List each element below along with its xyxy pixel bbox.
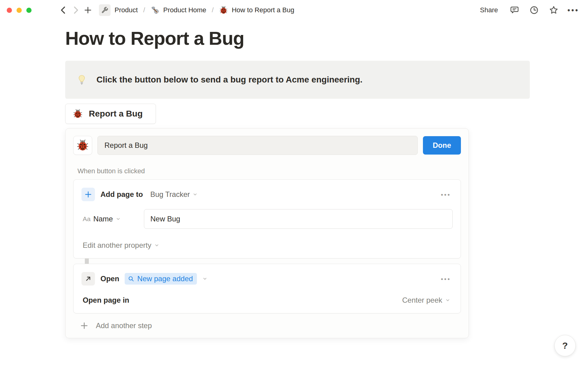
report-a-bug-button[interactable]: Report a Bug <box>65 104 156 124</box>
chevron-left-icon <box>59 6 68 15</box>
page-content: How to Report a Bug Click the button bel… <box>0 20 588 338</box>
arrow-up-right-icon <box>84 275 92 283</box>
open-page-in-dropdown[interactable]: Center peek <box>401 295 451 305</box>
plus-icon <box>80 321 89 330</box>
help-button[interactable]: ? <box>554 335 576 356</box>
add-another-step-button[interactable]: Add another step <box>80 321 152 330</box>
property-value-input[interactable] <box>144 209 453 229</box>
text-property-icon: Aa <box>83 215 91 223</box>
button-icon-picker[interactable] <box>73 136 92 155</box>
ellipsis-icon: ••• <box>441 191 451 198</box>
breadcrumb-item-current-page[interactable]: How to Report a Bug <box>217 5 296 16</box>
add-another-step-label: Add another step <box>96 321 152 330</box>
plus-icon <box>84 190 92 198</box>
step-action-label: Open <box>100 274 119 283</box>
favorite-button[interactable] <box>548 4 560 16</box>
chevron-down-icon <box>154 243 159 248</box>
minimize-window-button[interactable] <box>17 8 22 13</box>
wrench-icon <box>99 4 111 16</box>
question-mark-icon: ? <box>562 340 568 351</box>
chevron-right-icon <box>71 6 80 15</box>
open-target-label: New page added <box>137 274 193 283</box>
step-more-button[interactable]: ••• <box>439 274 453 283</box>
window-controls <box>7 8 32 13</box>
breadcrumb-label: How to Report a Bug <box>232 6 294 14</box>
ladybug-icon <box>77 139 89 151</box>
breadcrumb: Product / Product Home / How to Report a… <box>97 3 296 17</box>
property-selector-dropdown[interactable]: Aa Name <box>81 215 144 223</box>
ellipsis-icon: ••• <box>441 275 451 282</box>
sidebar-menu-button[interactable] <box>41 4 53 16</box>
callout-block: Click the button below to send a bug rep… <box>65 61 530 99</box>
top-bar: Product / Product Home / How to Report a… <box>0 0 588 20</box>
button-name-input[interactable] <box>97 136 418 155</box>
comments-button[interactable] <box>508 4 521 16</box>
more-options-button[interactable]: ••• <box>567 4 579 16</box>
step-connector <box>85 259 89 264</box>
back-button[interactable] <box>57 4 70 16</box>
new-page-button[interactable] <box>82 4 94 16</box>
close-window-button[interactable] <box>7 8 12 13</box>
step-more-button[interactable]: ••• <box>439 190 453 199</box>
chevron-down-icon <box>193 192 198 197</box>
button-editor-panel: Done When button is clicked Add page to … <box>65 128 469 338</box>
step-action-label: Add page to <box>100 190 143 199</box>
ladybug-icon <box>73 109 83 119</box>
step-header-row: Open New page added ••• <box>81 272 453 286</box>
step-card-open-page: Open New page added ••• Open page in Cen… <box>73 264 461 313</box>
zoom-window-button[interactable] <box>26 8 32 13</box>
callout-emoji-button[interactable] <box>76 74 87 85</box>
breadcrumb-label: Product Home <box>163 6 206 14</box>
search-icon <box>128 275 134 282</box>
clock-icon <box>530 6 539 15</box>
target-database-label: Bug Tracker <box>150 190 190 199</box>
callout-text: Click the button below to send a bug rep… <box>96 75 363 85</box>
breadcrumb-item-product-home[interactable]: Product Home <box>149 5 208 16</box>
target-database-dropdown[interactable]: Bug Tracker <box>149 189 199 200</box>
page-title: How to Report a Bug <box>65 28 588 49</box>
open-page-icon <box>81 272 95 286</box>
star-icon <box>549 5 559 15</box>
breadcrumb-item-product[interactable]: Product <box>97 3 140 17</box>
property-row: Aa Name <box>81 209 453 229</box>
add-page-icon <box>81 188 95 201</box>
button-editor-header: Done <box>73 136 461 155</box>
lightbulb-icon <box>76 74 87 85</box>
edit-another-property-button[interactable]: Edit another property <box>81 240 160 250</box>
chevron-down-icon <box>445 298 450 303</box>
breadcrumb-separator: / <box>211 6 214 14</box>
chevron-down-icon <box>116 217 121 221</box>
report-a-bug-label: Report a Bug <box>89 109 143 119</box>
open-page-in-label: Open page in <box>83 296 129 305</box>
ellipsis-icon: ••• <box>567 6 579 14</box>
updates-button[interactable] <box>528 4 540 16</box>
property-name: Name <box>93 215 113 223</box>
step-card-add-page: Add page to Bug Tracker ••• Aa Name Edi <box>73 179 461 259</box>
open-page-in-value: Center peek <box>402 296 442 305</box>
breadcrumb-separator: / <box>143 6 146 14</box>
step-header-row: Add page to Bug Tracker ••• <box>81 188 453 201</box>
chevron-down-icon <box>202 276 207 281</box>
plus-icon <box>84 6 92 14</box>
done-button[interactable]: Done <box>423 136 461 155</box>
trigger-label: When button is clicked <box>77 167 461 175</box>
edit-another-property-label: Edit another property <box>83 241 151 250</box>
forward-button[interactable] <box>70 4 82 16</box>
comment-icon <box>510 6 519 15</box>
ladybug-icon <box>219 6 228 14</box>
open-target-pill-dropdown[interactable]: New page added <box>125 273 197 285</box>
breadcrumb-label: Product <box>115 6 138 14</box>
hammer-wrench-icon <box>151 6 159 14</box>
share-button[interactable]: Share <box>477 4 501 16</box>
open-page-in-row: Open page in Center peek <box>81 295 453 305</box>
